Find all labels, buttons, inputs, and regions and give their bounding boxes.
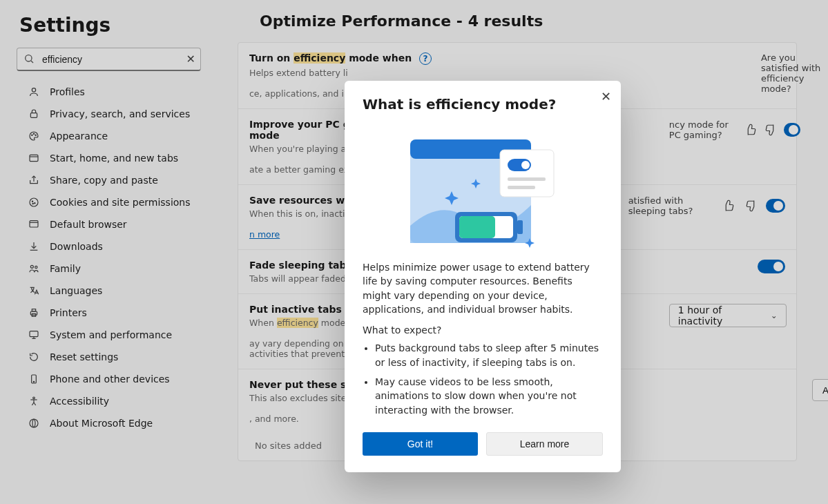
close-icon[interactable]: ✕ [601, 89, 611, 104]
svg-rect-25 [500, 150, 554, 197]
efficiency-info-dialog: ✕ What is efficiency mode? [345, 81, 621, 472]
svg-point-27 [521, 161, 530, 169]
learn-more-button[interactable]: Learn more [486, 432, 603, 456]
svg-rect-33 [517, 220, 523, 234]
svg-rect-29 [508, 186, 535, 189]
dialog-illustration [363, 122, 603, 260]
dialog-title: What is efficiency mode? [363, 96, 603, 113]
svg-rect-32 [459, 216, 495, 238]
svg-rect-28 [508, 177, 546, 181]
got-it-button[interactable]: Got it! [363, 432, 478, 456]
dialog-body: Helps minimize power usage to extend bat… [363, 260, 603, 417]
